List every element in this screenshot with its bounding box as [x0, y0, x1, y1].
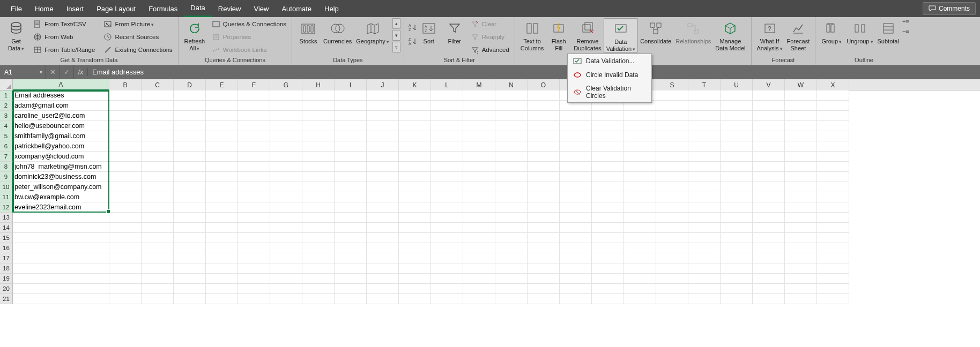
column-header-S[interactable]: S: [656, 79, 688, 90]
menu-home[interactable]: Home: [28, 0, 60, 17]
cell-Q13[interactable]: [592, 213, 624, 223]
cell-O16[interactable]: [528, 243, 560, 253]
row-header-17[interactable]: 17: [0, 253, 13, 263]
cell-A1[interactable]: Email addresses: [13, 90, 109, 101]
cell-X18[interactable]: [817, 263, 849, 274]
cell-S17[interactable]: [656, 253, 688, 263]
cell-G8[interactable]: [270, 162, 302, 172]
cell-K20[interactable]: [399, 284, 431, 294]
workbook-links-button[interactable]: Workbook Links: [210, 44, 288, 56]
cell-F4[interactable]: [238, 121, 270, 131]
cell-S5[interactable]: [656, 131, 688, 141]
existing-connections-button[interactable]: Existing Connections: [101, 44, 174, 56]
cell-R3[interactable]: [624, 111, 656, 121]
cell-J16[interactable]: [367, 243, 399, 253]
cell-J4[interactable]: [367, 121, 399, 131]
column-header-W[interactable]: W: [785, 79, 817, 90]
cell-G3[interactable]: [270, 111, 302, 121]
menu-formulas[interactable]: Formulas: [142, 0, 184, 17]
cell-M15[interactable]: [463, 233, 495, 243]
data-validation-button[interactable]: Data Validation: [604, 18, 639, 52]
cell-P17[interactable]: [560, 253, 592, 263]
cell-S2[interactable]: [656, 101, 688, 111]
cell-Q15[interactable]: [592, 233, 624, 243]
cell-A14[interactable]: [13, 223, 109, 233]
menu-insert[interactable]: Insert: [60, 0, 91, 17]
cell-I3[interactable]: [335, 111, 367, 121]
cell-N4[interactable]: [495, 121, 528, 131]
cell-N10[interactable]: [495, 182, 528, 192]
row-header-9[interactable]: 9: [0, 172, 13, 182]
cell-G7[interactable]: [270, 152, 302, 162]
cell-P13[interactable]: [560, 213, 592, 223]
cell-K17[interactable]: [399, 253, 431, 263]
cell-V1[interactable]: [753, 90, 785, 101]
cell-F7[interactable]: [238, 152, 270, 162]
cell-T10[interactable]: [688, 182, 721, 192]
cell-A4[interactable]: hello@usebouncer.com: [13, 121, 109, 131]
cell-D6[interactable]: [174, 141, 206, 152]
column-header-A[interactable]: A: [13, 79, 109, 90]
cell-Q9[interactable]: [592, 172, 624, 182]
cell-E9[interactable]: [206, 172, 238, 182]
cell-I2[interactable]: [335, 101, 367, 111]
cell-M7[interactable]: [463, 152, 495, 162]
cell-D4[interactable]: [174, 121, 206, 131]
cell-U11[interactable]: [721, 192, 753, 202]
cell-D14[interactable]: [174, 223, 206, 233]
cell-S19[interactable]: [656, 274, 688, 284]
cell-V20[interactable]: [753, 284, 785, 294]
cell-P14[interactable]: [560, 223, 592, 233]
cell-S21[interactable]: [656, 294, 688, 304]
cell-R7[interactable]: [624, 152, 656, 162]
cell-E8[interactable]: [206, 162, 238, 172]
cell-C6[interactable]: [142, 141, 174, 152]
cell-L6[interactable]: [431, 141, 463, 152]
cell-K7[interactable]: [399, 152, 431, 162]
cell-A16[interactable]: [13, 243, 109, 253]
cell-U3[interactable]: [721, 111, 753, 121]
cell-F19[interactable]: [238, 274, 270, 284]
sort-desc-button[interactable]: ZA: [407, 35, 416, 47]
cell-D10[interactable]: [174, 182, 206, 192]
cell-S11[interactable]: [656, 192, 688, 202]
cell-X17[interactable]: [817, 253, 849, 263]
cell-Q12[interactable]: [592, 202, 624, 213]
cell-I11[interactable]: [335, 192, 367, 202]
cell-N9[interactable]: [495, 172, 528, 182]
menu-review[interactable]: Review: [212, 0, 248, 17]
cell-H16[interactable]: [302, 243, 335, 253]
cell-C18[interactable]: [142, 263, 174, 274]
cell-D12[interactable]: [174, 202, 206, 213]
cell-A20[interactable]: [13, 284, 109, 294]
cell-K9[interactable]: [399, 172, 431, 182]
cell-B20[interactable]: [109, 284, 142, 294]
cell-T21[interactable]: [688, 294, 721, 304]
cell-F12[interactable]: [238, 202, 270, 213]
cell-X6[interactable]: [817, 141, 849, 152]
cell-N14[interactable]: [495, 223, 528, 233]
cell-U20[interactable]: [721, 284, 753, 294]
sort-button[interactable]: AZ Sort: [416, 18, 442, 45]
cell-G20[interactable]: [270, 284, 302, 294]
cell-T11[interactable]: [688, 192, 721, 202]
cell-Q11[interactable]: [592, 192, 624, 202]
cell-C20[interactable]: [142, 284, 174, 294]
cell-B5[interactable]: [109, 131, 142, 141]
formula-input[interactable]: [88, 65, 980, 79]
cell-H18[interactable]: [302, 263, 335, 274]
cell-J10[interactable]: [367, 182, 399, 192]
cell-S8[interactable]: [656, 162, 688, 172]
cell-J8[interactable]: [367, 162, 399, 172]
row-header-1[interactable]: 1: [0, 90, 13, 101]
cell-T18[interactable]: [688, 263, 721, 274]
cell-W2[interactable]: [785, 101, 817, 111]
cell-W19[interactable]: [785, 274, 817, 284]
cell-W9[interactable]: [785, 172, 817, 182]
cell-W6[interactable]: [785, 141, 817, 152]
cell-T17[interactable]: [688, 253, 721, 263]
cell-D1[interactable]: [174, 90, 206, 101]
cell-F2[interactable]: [238, 101, 270, 111]
cell-O18[interactable]: [528, 263, 560, 274]
cell-F15[interactable]: [238, 233, 270, 243]
